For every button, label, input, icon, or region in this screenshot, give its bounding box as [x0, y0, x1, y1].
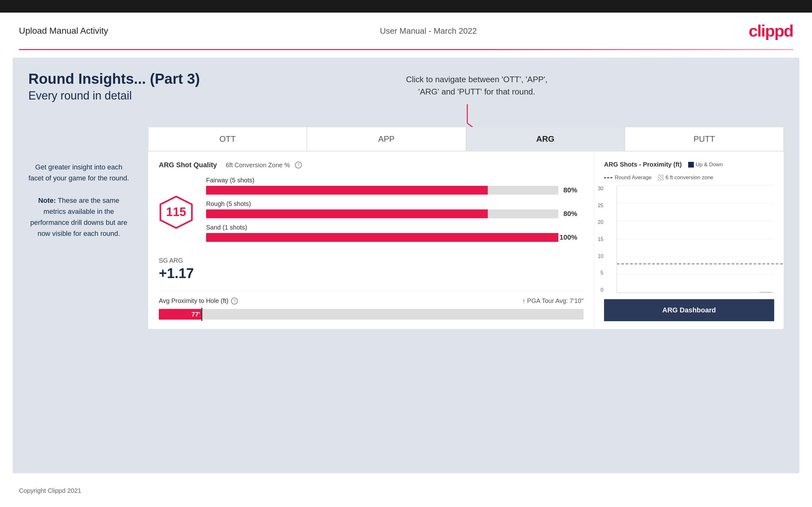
help-icon[interactable]: ?: [295, 162, 302, 168]
y-label-25: 25: [595, 203, 603, 209]
proximity-header: Avg Proximity to Hole (ft) ? ↑ PGA Tour …: [159, 297, 583, 304]
hex-value: 115: [166, 205, 186, 219]
y-label-5: 5: [595, 270, 603, 276]
bar-label-rough: Rough (5 shots): [206, 200, 583, 208]
header-left: Upload Manual Activity: [19, 26, 108, 36]
card-body: ARG Shot Quality 6ft Conversion Zone % ?…: [148, 152, 783, 329]
sg-label: SG ARG: [159, 257, 583, 264]
bar-track-fairway: [206, 186, 558, 194]
legend-dash: [604, 177, 613, 178]
manual-date: User Manual - March 2022: [380, 26, 477, 36]
card-left: ARG Shot Quality 6ft Conversion Zone % ?…: [148, 152, 595, 329]
tabs-container: OTT APP ARG PUTT: [148, 127, 783, 152]
chart-header: ARG Shots - Proximity (ft) Up & Down Rou…: [604, 161, 774, 181]
main-card: OTT APP ARG PUTT ARG Shot Quality 6ft Co…: [148, 127, 783, 329]
header: Upload Manual Activity User Manual - Mar…: [0, 13, 812, 49]
y-label-20: 20: [595, 220, 603, 225]
bar-fill-rough: [206, 210, 488, 218]
copyright: Copyright Clippd 2021: [19, 487, 81, 494]
bar-row-sand: Sand (1 shots) 100%: [206, 224, 583, 242]
legend-hatch: [658, 175, 664, 180]
bar-track-sand: [206, 233, 558, 242]
y-label-15: 15: [595, 236, 603, 242]
bar-label-sand: Sand (1 shots): [206, 224, 583, 231]
bar-row-fairway: Fairway (5 shots) 80%: [206, 177, 583, 194]
arg-dashboard-button[interactable]: ARG Dashboard: [604, 299, 774, 321]
legend-conversion: 6 ft conversion zone: [658, 174, 713, 181]
nav-hint-text: Click to navigate between 'OTT', 'APP','…: [406, 75, 548, 96]
y-label-30: 30: [595, 186, 603, 191]
bar-fill-sand: [206, 233, 558, 242]
proximity-bar: 77': [159, 309, 583, 320]
hex-container: 115 Fairway (5 shots) 80%: [159, 177, 583, 247]
left-panel-text1: Get greater insight into each facet of y…: [29, 163, 129, 237]
sg-value: +1.17: [159, 266, 583, 281]
clippd-logo: clippd: [749, 21, 793, 40]
proximity-fill: 77': [159, 309, 201, 320]
proximity-title: Avg Proximity to Hole (ft) ?: [159, 297, 238, 304]
proximity-cursor: [201, 308, 202, 321]
tab-app[interactable]: APP: [307, 127, 466, 151]
bar-pct-fairway: 80%: [563, 186, 577, 194]
tab-arg[interactable]: ARG: [466, 127, 625, 151]
conversion-label: 6ft Conversion Zone %: [226, 162, 290, 169]
hexagon-score: 115: [159, 195, 194, 230]
note-label: Note:: [38, 196, 56, 204]
shot-quality-title: ARG Shot Quality: [159, 161, 217, 169]
card-right: ARG Shots - Proximity (ft) Up & Down Rou…: [595, 152, 783, 329]
bar-pct-sand: 100%: [560, 233, 577, 241]
bar-pct-rough: 80%: [563, 210, 577, 218]
tab-putt[interactable]: PUTT: [625, 127, 783, 151]
y-label-0: 0: [595, 287, 603, 293]
upload-label: Upload Manual Activity: [19, 26, 108, 36]
tab-ott[interactable]: OTT: [148, 127, 307, 151]
main-content: Round Insights... (Part 3) Every round i…: [13, 58, 799, 473]
proximity-section: Avg Proximity to Hole (ft) ? ↑ PGA Tour …: [159, 291, 583, 320]
header-divider: [19, 49, 793, 50]
bar-label-fairway: Fairway (5 shots): [206, 177, 583, 184]
section-header: ARG Shot Quality 6ft Conversion Zone % ?: [159, 161, 583, 169]
chart-container: 0 5 10 15 20 25 30: [604, 186, 774, 293]
y-label-10: 10: [595, 253, 603, 259]
bars-container: [617, 186, 774, 292]
legend-updown: Up & Down: [688, 162, 723, 168]
legend-roundavg: Round Average: [604, 174, 652, 181]
proximity-value: 77': [192, 311, 200, 318]
bar-hatch-11: [760, 292, 772, 292]
top-bar: [0, 0, 812, 13]
proximity-help-icon[interactable]: ?: [231, 297, 238, 304]
y-axis: 0 5 10 15 20 25 30: [595, 186, 603, 293]
bar-stats: Fairway (5 shots) 80% Rough (5 shots): [206, 177, 583, 247]
header-center: User Manual - March 2022: [380, 26, 477, 36]
bar-track-rough: [206, 210, 558, 218]
legend-updown-box: [688, 162, 694, 168]
footer: Copyright Clippd 2021: [0, 481, 812, 501]
bar-fill-fairway: [206, 186, 488, 194]
sg-section: SG ARG +1.17: [159, 257, 583, 281]
left-panel: Get greater insight into each facet of y…: [29, 162, 129, 239]
bar-row-rough: Rough (5 shots) 80%: [206, 200, 583, 218]
chart-title: ARG Shots - Proximity (ft): [604, 161, 682, 168]
pga-avg: ↑ PGA Tour Avg: 7'10": [522, 297, 583, 304]
chart-area: 8: [617, 186, 774, 293]
